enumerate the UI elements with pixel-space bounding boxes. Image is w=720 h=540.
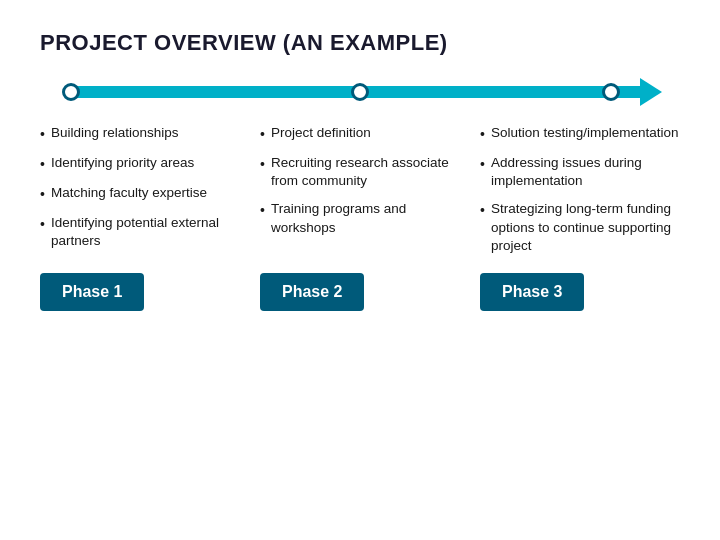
timeline-dot-1 bbox=[62, 83, 80, 101]
list-item: • Strategizing long-term funding options… bbox=[480, 200, 680, 255]
col2-inner: • Project definition • Recruiting resear… bbox=[260, 124, 460, 311]
bullet-icon: • bbox=[260, 125, 265, 144]
bullet-icon: • bbox=[40, 185, 45, 204]
bullet-text: Strategizing long-term funding options t… bbox=[491, 200, 680, 255]
bullet-icon: • bbox=[480, 155, 485, 174]
phase-box-3: Phase 3 bbox=[480, 273, 584, 311]
page-title: PROJECT OVERVIEW (AN EXAMPLE) bbox=[40, 30, 680, 56]
page: PROJECT OVERVIEW (AN EXAMPLE) • Building… bbox=[0, 0, 720, 540]
list-item: • Addressing issues during implementatio… bbox=[480, 154, 680, 190]
col1-inner: • Building relationships • Identifying p… bbox=[40, 124, 240, 311]
bullet-icon: • bbox=[40, 215, 45, 234]
list-item: • Training programs and workshops bbox=[260, 200, 460, 236]
list-item: • Project definition bbox=[260, 124, 460, 144]
bullet-icon: • bbox=[260, 155, 265, 174]
bullet-icon: • bbox=[480, 201, 485, 220]
bullet-text: Project definition bbox=[271, 124, 371, 142]
list-item: • Building relationships bbox=[40, 124, 240, 144]
bullet-text: Building relationships bbox=[51, 124, 179, 142]
column-2: • Project definition • Recruiting resear… bbox=[260, 124, 460, 311]
bullet-text: Solution testing/implementation bbox=[491, 124, 679, 142]
list-item: • Recruiting research associate from com… bbox=[260, 154, 460, 190]
bullet-icon: • bbox=[40, 155, 45, 174]
bullet-icon: • bbox=[260, 201, 265, 220]
timeline-dot-3 bbox=[602, 83, 620, 101]
list-item: • Identifying priority areas bbox=[40, 154, 240, 174]
bullet-text: Recruiting research associate from commu… bbox=[271, 154, 460, 190]
bullet-text: Training programs and workshops bbox=[271, 200, 460, 236]
phase-box-2: Phase 2 bbox=[260, 273, 364, 311]
timeline-dot-2 bbox=[351, 83, 369, 101]
bullet-icon: • bbox=[40, 125, 45, 144]
columns-container: • Building relationships • Identifying p… bbox=[40, 124, 680, 311]
timeline bbox=[40, 78, 680, 106]
list-item: • Matching faculty expertise bbox=[40, 184, 240, 204]
col3-inner: • Solution testing/implementation • Addr… bbox=[480, 124, 680, 311]
bullet-icon: • bbox=[480, 125, 485, 144]
bullet-text: Matching faculty expertise bbox=[51, 184, 207, 202]
column-3: • Solution testing/implementation • Addr… bbox=[480, 124, 680, 311]
timeline-arrow bbox=[640, 78, 662, 106]
phase-box-1: Phase 1 bbox=[40, 273, 144, 311]
column-1: • Building relationships • Identifying p… bbox=[40, 124, 240, 311]
bullet-text: Identifying priority areas bbox=[51, 154, 194, 172]
list-item: • Identifying potential external partner… bbox=[40, 214, 240, 250]
list-item: • Solution testing/implementation bbox=[480, 124, 680, 144]
bullet-text: Identifying potential external partners bbox=[51, 214, 240, 250]
bullet-text: Addressing issues during implementation bbox=[491, 154, 680, 190]
